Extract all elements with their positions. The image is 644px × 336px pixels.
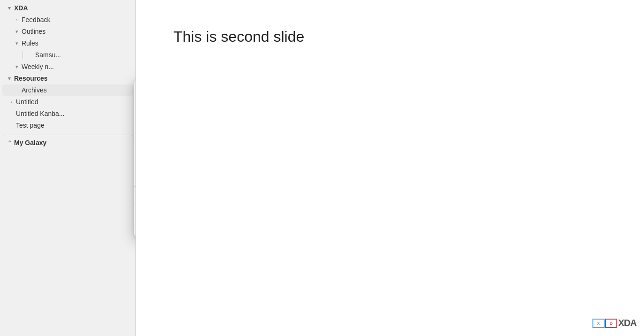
tree-line-icon bbox=[22, 51, 23, 59]
sidebar-item-label: Resources bbox=[14, 75, 48, 82]
sidebar-item-label: Samsu... bbox=[35, 51, 130, 59]
sidebar-item-label: Untitled Kanba... bbox=[16, 110, 130, 117]
slide-heading: This is second slide bbox=[173, 28, 304, 46]
sidebar-item-label: Archives bbox=[22, 86, 130, 94]
sidebar-item-samsung[interactable]: Samsu... bbox=[2, 49, 134, 61]
sidebar-item-weekly[interactable]: ▾ Weekly n... bbox=[2, 61, 134, 72]
sidebar-item-feedback[interactable]: › Feedback bbox=[2, 14, 134, 25]
xda-logo-box-blue: X bbox=[592, 319, 605, 328]
sidebar-item-test-page[interactable]: Test page bbox=[2, 120, 134, 131]
chevron-right-icon: › bbox=[13, 17, 21, 23]
sidebar-item-my-galaxy[interactable]: ⌃ My Galaxy bbox=[2, 135, 134, 148]
sidebar-item-label: Test page bbox=[16, 122, 130, 129]
chevron-down-icon: ▾ bbox=[6, 5, 13, 11]
sidebar-item-label: Untitled bbox=[16, 98, 130, 106]
sidebar: ▾ XDA › Feedback ▾ Outlines ▾ Rules Sams… bbox=[0, 0, 136, 336]
chevron-down-icon: ▾ bbox=[6, 76, 13, 82]
sidebar-item-untitled-kanban[interactable]: Untitled Kanba... bbox=[2, 108, 134, 119]
xda-logo-text: XDA bbox=[618, 318, 637, 328]
main-content: This is second slide X D XDA bbox=[136, 0, 644, 336]
sidebar-item-label: Feedback bbox=[22, 16, 130, 23]
sidebar-item-label: XDA bbox=[14, 4, 28, 12]
sidebar-item-label: Outlines bbox=[22, 28, 130, 35]
chevron-down-icon: ▾ bbox=[13, 64, 21, 70]
sidebar-item-resources[interactable]: ▾ Resources bbox=[2, 73, 134, 84]
chevron-down-icon: ▾ bbox=[13, 40, 21, 46]
chevron-up-icon: ⌃ bbox=[6, 140, 13, 146]
xda-logo: X D XDA bbox=[592, 318, 637, 328]
sidebar-item-archives[interactable]: Archives bbox=[2, 84, 134, 96]
sidebar-item-label: Weekly n... bbox=[22, 63, 130, 70]
chevron-right-icon: › bbox=[7, 99, 15, 105]
sidebar-item-outlines[interactable]: ▾ Outlines bbox=[2, 26, 134, 37]
chevron-down-icon: ▾ bbox=[13, 29, 21, 35]
sidebar-item-untitled[interactable]: › Untitled bbox=[2, 96, 134, 107]
sidebar-item-rules[interactable]: ▾ Rules bbox=[2, 38, 134, 49]
sidebar-item-label: Rules bbox=[22, 39, 130, 47]
xda-logo-box-red: D bbox=[605, 319, 617, 328]
sidebar-item-xda[interactable]: ▾ XDA bbox=[2, 2, 134, 14]
sidebar-item-label: My Galaxy bbox=[14, 139, 46, 146]
